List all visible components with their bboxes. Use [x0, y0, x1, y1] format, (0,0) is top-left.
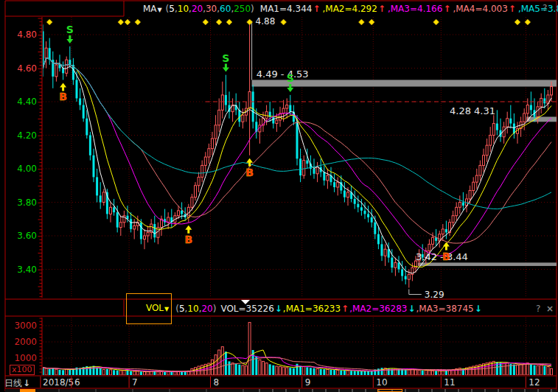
volume-bar: [313, 368, 315, 375]
volume-bar: [337, 370, 339, 375]
volume-bar: [144, 371, 146, 375]
candle-body-down: [357, 204, 359, 208]
price-callout: 3.29: [425, 290, 444, 300]
candle-body-up: [428, 244, 430, 251]
volume-bar: [262, 361, 265, 375]
volume-bar: [360, 371, 363, 375]
scrollbar-track[interactable]: [5, 389, 557, 392]
volume-bar: [425, 371, 427, 376]
candle-body-up: [489, 136, 492, 146]
volume-bar: [388, 368, 390, 375]
param-token: 250: [234, 4, 251, 14]
candle-body-up: [119, 223, 122, 228]
vol-indicator-header: VOL▼ (5,10,20) VOL=35226↓,MA1=36233↑,MA2…: [126, 303, 483, 315]
sell-arrow-icon: [223, 64, 229, 72]
indicator-value: ,MA1=36233: [283, 304, 341, 314]
vol-help-icon[interactable]: ?: [536, 304, 540, 314]
indicator-value: ,MA5=3.893: [518, 4, 558, 14]
period-selector[interactable]: 日线↓: [4, 377, 31, 390]
chart-canvas[interactable]: 4.883.294.49 - 4.534.28 4.313.42 - 3.44B…: [0, 0, 558, 392]
candle-body-down: [364, 211, 366, 214]
volume-bar: [110, 370, 112, 375]
candle-body-up: [102, 192, 105, 203]
sell-marker: S: [222, 52, 229, 64]
event-diamond-icon: [203, 19, 209, 25]
candle-body-up: [303, 161, 305, 175]
volume-bar: [350, 371, 352, 375]
candle-body-up: [66, 60, 68, 73]
candle-body-up: [551, 87, 553, 95]
candle-body-up: [486, 145, 488, 155]
arrow-down-icon: ↓: [23, 378, 30, 388]
event-diamond-icon: [281, 19, 287, 25]
volume-bar: [310, 368, 312, 375]
candle-body-down: [306, 161, 308, 164]
candle-body-up: [394, 262, 397, 267]
event-diamond-icon: [226, 19, 232, 25]
candle-body-up: [475, 175, 478, 182]
candle-body-down: [83, 105, 85, 119]
candle-body-up: [204, 157, 206, 165]
param-token: ): [251, 4, 254, 14]
volume-bar: [551, 368, 553, 375]
volume-bar: [153, 371, 156, 375]
volume-bar: [265, 363, 268, 375]
candle-body-up: [212, 139, 214, 149]
candle-body-up: [483, 155, 485, 166]
vol-params: (5,10,20): [175, 304, 216, 314]
candle-body-up: [540, 98, 543, 106]
candle-body-up: [195, 186, 197, 197]
volume-bar: [45, 368, 47, 375]
volume-bar: [371, 371, 373, 375]
ma-dropdown[interactable]: MA▼: [126, 0, 162, 24]
candle-body-down: [343, 191, 346, 197]
candle-body-up: [472, 182, 475, 190]
vol-dropdown[interactable]: VOL▼: [126, 293, 172, 324]
volume-bar: [238, 365, 240, 375]
volume-bar: [164, 372, 166, 375]
help-icon[interactable]: ?: [543, 3, 547, 13]
ma-values: MA1=4.344↑,MA2=4.292↑,MA3=4.166↑,MA4=4.0…: [259, 4, 558, 14]
volume-bar: [323, 369, 325, 375]
callout-line: [409, 290, 422, 295]
candle-body-up: [347, 192, 349, 197]
volume-bar: [327, 369, 329, 375]
volume-bar: [357, 371, 359, 375]
indicator-value: ,MA4=4.003: [453, 4, 507, 14]
event-diamond-icon: [216, 19, 222, 25]
price-axis-label: 3.60: [17, 231, 37, 241]
volume-bar: [381, 368, 383, 375]
volume-bar: [191, 368, 193, 375]
vol-close-icon[interactable]: ×: [546, 304, 554, 314]
candle-body-down: [252, 91, 254, 122]
candle-body-up: [248, 91, 251, 108]
candle-body-up: [208, 149, 210, 157]
candle-body-down: [130, 219, 132, 229]
indicator-value: MA1=4.344: [260, 4, 313, 14]
param-token: 5: [169, 4, 175, 14]
volume-bar: [136, 371, 139, 375]
vol-values: VOL=35226↓,MA1=36233↑,MA2=36283↓,MA3=387…: [220, 304, 482, 314]
candle-body-down: [543, 98, 545, 103]
candle-body-up: [327, 175, 329, 181]
volume-bar: [55, 369, 57, 375]
vol-indicator-label: VOL: [146, 303, 164, 313]
candle-body-up: [523, 113, 526, 122]
volume-bar: [225, 351, 227, 375]
buy-arrow-icon: [60, 83, 66, 91]
arrow-up-icon: ↑: [378, 4, 386, 14]
price-axis-label: 4.40: [17, 97, 37, 107]
volume-bar: [439, 371, 441, 375]
volume-bar: [405, 369, 407, 375]
candle-body-down: [323, 172, 325, 181]
volume-bar: [408, 370, 410, 375]
param-token: 10: [187, 304, 198, 314]
event-diamond-icon: [515, 19, 520, 25]
volume-axis-label: 2000: [14, 337, 37, 347]
month-label: 6: [74, 377, 80, 388]
candle-body-down: [496, 124, 498, 130]
buy-marker: B: [59, 91, 67, 102]
candle-body-down: [49, 48, 51, 60]
volume-bar: [174, 371, 176, 375]
price-axis-label: 4.60: [17, 63, 37, 74]
